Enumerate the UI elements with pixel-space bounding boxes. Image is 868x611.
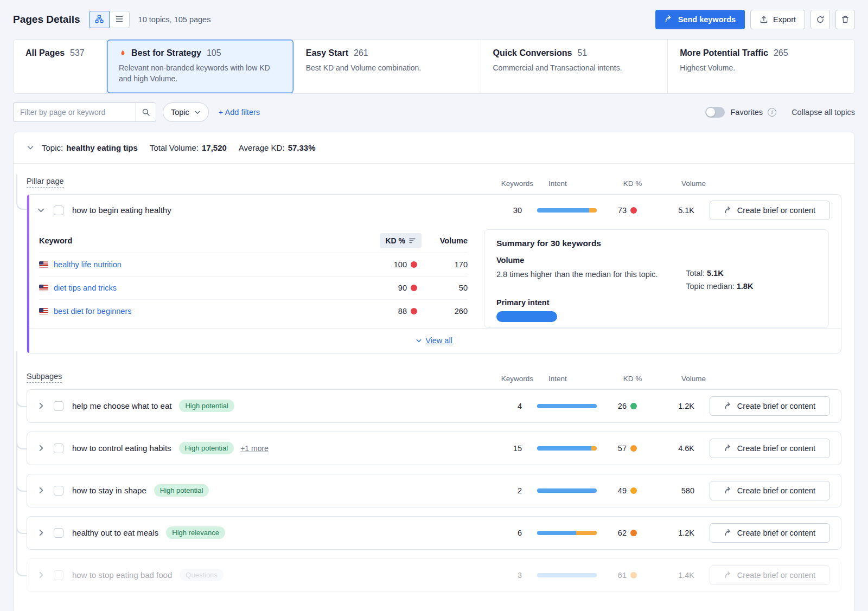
row-checkbox[interactable] (54, 570, 63, 580)
export-button[interactable]: Export (750, 10, 805, 29)
row-checkbox[interactable] (54, 443, 63, 453)
send-keywords-button[interactable]: Send keywords (655, 10, 745, 29)
intent-column-header: Intent (548, 375, 608, 383)
keywords-column-header: Keywords (495, 179, 533, 188)
top-bar: Pages Details (13, 9, 855, 30)
subpage-title: healthy out to eat meals (72, 528, 158, 537)
topics-view-button[interactable] (89, 11, 110, 28)
delete-button[interactable] (835, 10, 855, 29)
subpage-row[interactable]: healthy out to eat meals High relevance … (27, 516, 841, 550)
create-brief-button[interactable]: Create brief or content (710, 396, 830, 416)
kd-value: 49 (618, 486, 627, 495)
search-button[interactable] (136, 102, 156, 122)
keywords-count: 3 (484, 571, 522, 580)
topic-header: Topic: healthy eating tips Total Volume:… (14, 132, 854, 164)
tab-quick-conversions[interactable]: Quick Conversions 51 Commercial and Tran… (481, 40, 668, 93)
tab-more-potential-traffic[interactable]: More Potential Traffic 265 Highest Volum… (668, 40, 854, 93)
subpage-row[interactable]: how to control eating habits High potent… (27, 432, 841, 465)
kd-dot (630, 487, 637, 494)
row-checkbox[interactable] (54, 528, 63, 538)
total-volume-label: Total Volume: (150, 143, 199, 152)
create-brief-label: Create brief or content (737, 571, 815, 580)
keyword-link[interactable]: best diet for beginners (54, 307, 131, 316)
list-icon (115, 15, 124, 25)
create-brief-label: Create brief or content (737, 444, 815, 453)
intent-bar (537, 404, 597, 408)
chevron-right-icon[interactable] (37, 402, 45, 410)
keywords-count: 4 (484, 402, 522, 410)
kd-dot (630, 572, 637, 578)
status-badge: High relevance (166, 526, 225, 539)
create-brief-label: Create brief or content (737, 486, 815, 495)
pillar-page-title: how to begin eating healthy (72, 205, 171, 215)
volume-value: 260 (422, 307, 468, 316)
kd-value: 88 (398, 307, 407, 316)
keyword-link[interactable]: diet tips and tricks (54, 284, 117, 292)
more-badges-link[interactable]: +1 more (240, 444, 269, 453)
subpage-row[interactable]: how to stop eating bad food Questions 3 … (27, 558, 841, 592)
view-all-link[interactable]: View all (416, 336, 452, 345)
intent-column-header: Intent (548, 179, 608, 188)
us-flag-icon (39, 261, 48, 268)
tab-count: 265 (774, 48, 788, 58)
chevron-down-icon[interactable] (37, 206, 45, 214)
tab-best-for-strategy[interactable]: Best for Strategy 105 Relevant non-brand… (107, 40, 294, 93)
tab-label: Best for Strategy (131, 48, 201, 58)
keyword-row: best diet for beginners 88 260 (39, 300, 468, 323)
create-brief-button[interactable]: Create brief or content (710, 439, 830, 458)
tab-count: 537 (70, 48, 85, 58)
kd-dot (630, 403, 637, 409)
kd-value: 90 (398, 284, 407, 292)
export-label: Export (773, 15, 796, 24)
kd-sort-header[interactable]: KD % (380, 233, 422, 248)
top-bar-actions: Send keywords Export (655, 10, 855, 29)
intent-bar (537, 446, 597, 451)
pages-details-screen: Pages Details (0, 0, 868, 611)
chevron-right-icon[interactable] (37, 444, 45, 452)
row-checkbox[interactable] (54, 401, 63, 411)
volume-column-header: Volume (673, 179, 706, 188)
volume-column-header: Volume (673, 375, 706, 383)
chevron-right-icon[interactable] (37, 529, 45, 537)
subpage-row[interactable]: help me choose what to eat High potentia… (27, 389, 841, 423)
add-filters-link[interactable]: + Add filters (219, 108, 260, 117)
info-icon[interactable]: i (768, 108, 776, 117)
search-input[interactable] (13, 102, 136, 122)
kd-cell: 90 (362, 284, 422, 292)
row-checkbox[interactable] (54, 486, 63, 496)
subpage-title: how to stop eating bad food (72, 570, 172, 580)
tab-label: More Potential Traffic (680, 48, 768, 58)
keyword-link[interactable]: healthy life nutrition (54, 260, 122, 269)
chevron-right-icon[interactable] (37, 571, 45, 579)
create-brief-button[interactable]: Create brief or content (710, 201, 830, 220)
collapse-all-topics-link[interactable]: Collapse all topics (792, 108, 855, 117)
kd-value: 62 (618, 529, 627, 537)
total-value: 5.1K (707, 269, 724, 278)
favorites-toggle[interactable] (705, 107, 725, 118)
chevron-down-icon[interactable] (27, 144, 34, 151)
pillar-page-row[interactable]: how to begin eating healthy 30 73 5.1K (27, 195, 841, 226)
intent-bar (537, 531, 597, 535)
topic-card: Topic: healthy eating tips Total Volume:… (13, 132, 855, 611)
summary-volume-heading: Volume (496, 256, 816, 265)
tab-easy-start[interactable]: Easy Start 261 Best KD and Volume combin… (294, 40, 481, 93)
create-brief-button[interactable]: Create brief or content (710, 565, 830, 585)
create-brief-button[interactable]: Create brief or content (710, 481, 830, 500)
volume-value: 5.1K (662, 206, 694, 215)
keyword-row: healthy life nutrition 100 170 (39, 253, 468, 276)
row-checkbox[interactable] (54, 205, 63, 215)
keywords-count: 15 (484, 444, 522, 453)
topic-filter-dropdown[interactable]: Topic (163, 102, 209, 122)
kd-cell: 61 (605, 571, 637, 580)
refresh-button[interactable] (810, 10, 830, 29)
list-view-button[interactable] (109, 11, 130, 28)
tab-all-pages[interactable]: All Pages 537 (14, 40, 107, 93)
kd-column-header: KD % (617, 179, 648, 188)
kd-cell: 57 (605, 444, 637, 453)
volume-value: 50 (422, 284, 468, 292)
subpage-row[interactable]: how to stay in shape High potential 2 49… (27, 474, 841, 507)
forward-arrow-icon (724, 486, 732, 494)
sort-descending-icon (409, 237, 416, 244)
chevron-right-icon[interactable] (37, 486, 45, 494)
create-brief-button[interactable]: Create brief or content (710, 523, 830, 543)
